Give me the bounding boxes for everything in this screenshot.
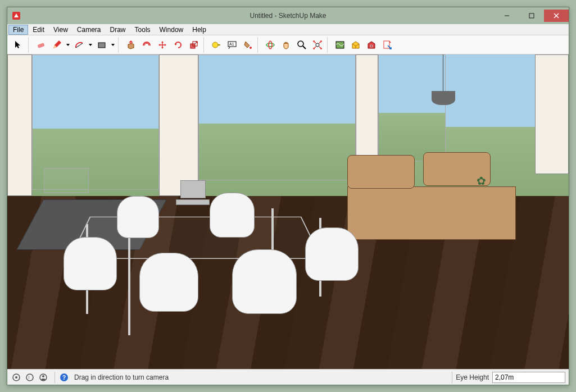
svg-rect-2 bbox=[529, 13, 534, 18]
shapes-tool[interactable] bbox=[94, 37, 110, 53]
app-icon bbox=[12, 11, 21, 20]
svg-point-26 bbox=[15, 376, 17, 379]
svg-point-30 bbox=[42, 375, 44, 377]
app-window: Untitled - SketchUp Make File Edit View … bbox=[7, 7, 569, 385]
toolbar-separator bbox=[28, 37, 31, 53]
status-hint: Drag in direction to turn camera bbox=[72, 373, 448, 381]
menu-help[interactable]: Help bbox=[188, 25, 211, 35]
svg-rect-7 bbox=[98, 43, 105, 48]
svg-point-12 bbox=[212, 42, 218, 48]
move-tool[interactable] bbox=[155, 37, 170, 53]
eraser-tool[interactable] bbox=[33, 37, 49, 53]
arc-tool[interactable] bbox=[71, 37, 87, 53]
rotate-tool[interactable] bbox=[170, 37, 186, 53]
geo-status-icon[interactable] bbox=[11, 372, 22, 383]
scene: ✿ bbox=[7, 54, 569, 369]
svg-point-27 bbox=[26, 374, 33, 381]
pencil-dropdown[interactable] bbox=[65, 37, 71, 53]
laptop-screen bbox=[180, 180, 206, 198]
menu-edit[interactable]: Edit bbox=[28, 25, 49, 35]
user-icon[interactable] bbox=[38, 372, 49, 383]
svg-point-19 bbox=[298, 41, 303, 47]
chair-2 bbox=[139, 253, 198, 312]
tape-tool[interactable] bbox=[208, 37, 224, 53]
status-separator bbox=[55, 372, 55, 383]
pillar-2 bbox=[356, 54, 378, 168]
help-icon[interactable]: ? bbox=[58, 372, 70, 383]
scale-tool[interactable] bbox=[186, 37, 202, 53]
toolbar: A1 bbox=[7, 35, 569, 54]
geolocation-tool[interactable] bbox=[332, 37, 348, 53]
menu-camera[interactable]: Camera bbox=[72, 25, 106, 35]
pencil-tool[interactable] bbox=[49, 37, 65, 53]
extension-warehouse-tool[interactable] bbox=[364, 37, 379, 53]
chair-3 bbox=[232, 249, 297, 314]
window-controls bbox=[495, 10, 569, 22]
offset-tool[interactable] bbox=[139, 37, 155, 53]
svg-text:!: ! bbox=[29, 375, 30, 380]
statusbar: ! ? Drag in direction to turn camera Eye… bbox=[7, 369, 569, 385]
svg-point-21 bbox=[316, 43, 319, 47]
toolbar-separator bbox=[257, 37, 261, 53]
3d-viewport[interactable]: ✿ bbox=[7, 54, 569, 369]
status-separator bbox=[452, 372, 452, 383]
side-table bbox=[44, 168, 89, 193]
toolbar-separator bbox=[327, 37, 330, 53]
svg-line-20 bbox=[303, 46, 306, 49]
svg-point-18 bbox=[269, 41, 272, 49]
zoom-extents-tool[interactable] bbox=[310, 37, 325, 53]
svg-point-16 bbox=[250, 47, 252, 49]
svg-rect-13 bbox=[217, 44, 220, 45]
zoom-tool[interactable] bbox=[294, 37, 310, 53]
chair-1 bbox=[64, 237, 117, 290]
text-tool[interactable]: A1 bbox=[224, 37, 240, 53]
paint-tool[interactable] bbox=[240, 37, 256, 53]
table-leg bbox=[128, 237, 130, 335]
chair-5 bbox=[117, 196, 159, 238]
toolbar-separator bbox=[203, 37, 207, 53]
pillar-1 bbox=[159, 54, 198, 196]
menu-window[interactable]: Window bbox=[155, 25, 188, 35]
svg-text:A1: A1 bbox=[229, 42, 234, 46]
laptop-base bbox=[176, 199, 210, 205]
titlebar: Untitled - SketchUp Make bbox=[7, 7, 569, 24]
pendant-lamp bbox=[432, 91, 455, 105]
sofa-base bbox=[347, 186, 516, 240]
credits-icon[interactable]: ! bbox=[24, 372, 35, 383]
pushpull-tool[interactable] bbox=[123, 37, 139, 53]
wall-left bbox=[7, 54, 32, 196]
menu-tools[interactable]: Tools bbox=[130, 25, 155, 35]
svg-text:?: ? bbox=[62, 375, 66, 381]
plant-icon: ✿ bbox=[477, 174, 486, 188]
select-tool[interactable] bbox=[11, 37, 26, 53]
armchair-1 bbox=[347, 155, 415, 189]
eye-height-label: Eye Height bbox=[456, 373, 489, 381]
send-to-layout-tool[interactable] bbox=[379, 37, 395, 53]
svg-point-17 bbox=[266, 43, 274, 47]
menu-file[interactable]: File bbox=[8, 25, 28, 35]
svg-rect-5 bbox=[37, 43, 44, 48]
close-button[interactable] bbox=[544, 10, 569, 22]
pan-tool[interactable] bbox=[278, 37, 294, 53]
3d-warehouse-tool[interactable] bbox=[348, 37, 364, 53]
maximize-button[interactable] bbox=[519, 10, 544, 22]
lamp-cord bbox=[443, 54, 443, 94]
menubar: File Edit View Camera Draw Tools Window … bbox=[7, 24, 569, 35]
menu-draw[interactable]: Draw bbox=[106, 25, 130, 35]
chair-6 bbox=[210, 193, 255, 238]
svg-rect-24 bbox=[384, 41, 389, 48]
window-2 bbox=[198, 54, 356, 180]
minimize-button[interactable] bbox=[495, 10, 519, 22]
toolbar-separator bbox=[118, 37, 121, 53]
window-3 bbox=[378, 54, 446, 161]
chair-4 bbox=[305, 227, 359, 281]
orbit-tool[interactable] bbox=[262, 37, 278, 53]
window-title: Untitled - SketchUp Make bbox=[7, 12, 569, 20]
wall-right bbox=[535, 54, 569, 174]
eye-height-input[interactable] bbox=[492, 372, 565, 383]
menu-view[interactable]: View bbox=[49, 25, 72, 35]
shapes-dropdown[interactable] bbox=[110, 37, 116, 53]
arc-dropdown[interactable] bbox=[87, 37, 94, 53]
